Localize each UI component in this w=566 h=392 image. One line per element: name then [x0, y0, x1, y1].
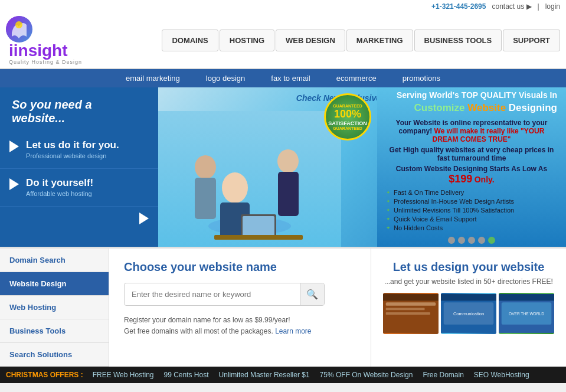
svg-rect-19: [441, 294, 496, 300]
bottom-link-seo[interactable]: SEO WebHosting: [474, 371, 529, 379]
hero-only: Only.: [475, 175, 495, 184]
contact-link[interactable]: contact us ▶: [492, 2, 531, 11]
svg-text:OVER THE WORLD: OVER THE WORLD: [509, 312, 544, 316]
bottom-bar: CHRISTMAS OFFERS : FREE Web Hosting 99 C…: [0, 367, 566, 383]
bottom-section: Domain Search Website Design Web Hosting…: [0, 247, 566, 367]
hero-desc3: Get High quality websites at very cheap …: [386, 146, 557, 162]
hero-right-panel: Serving World's TOP QUALITY Visuals In C…: [377, 87, 566, 247]
hero-right-subtitle: Customize Website Designing: [386, 102, 557, 114]
hero-right-title: Serving World's TOP QUALITY Visuals In: [386, 90, 557, 100]
design-panel: Let us design your website ...and get yo…: [371, 249, 566, 367]
dot-3[interactable]: [468, 237, 475, 244]
svg-point-6: [195, 155, 216, 179]
bottom-link-free-domain[interactable]: Free Domain: [423, 371, 463, 379]
domain-search-button[interactable]: 🔍: [300, 283, 324, 305]
domain-search-title: Choose your website name: [124, 260, 356, 274]
sidebar-btn2-title: Do it yourself!: [26, 177, 93, 189]
sidebar-item-website-design[interactable]: Website Design: [0, 272, 109, 296]
nav-item-hosting[interactable]: HOSTING: [220, 30, 274, 51]
preview-block-1[interactable]: [383, 293, 439, 334]
top-bar: +1-321-445-2695 contact us ▶ | login: [0, 0, 566, 13]
arrow-icon: [9, 141, 19, 152]
domain-search-box: 🔍: [124, 283, 325, 306]
hero-desc1: Your Website is online representative to…: [386, 119, 557, 143]
svg-point-4: [222, 172, 248, 203]
preview-block-3[interactable]: OVER THE WORLD: [499, 293, 554, 334]
hero-feature-3: Unlimited Revisions Till 100% Satisfacti…: [386, 207, 557, 214]
nav-item-marketing[interactable]: MARKETING: [346, 30, 413, 51]
phone-number: +1-321-445-2695: [431, 2, 486, 11]
svg-rect-16: [386, 308, 425, 311]
secondary-nav: email marketing logo design fax to email…: [0, 69, 566, 87]
svg-rect-14: [383, 294, 439, 300]
sidebar-btn1-title: Let us do it for you.: [26, 139, 119, 151]
hero-people-image: [158, 111, 341, 247]
arrow-icon-2: [9, 178, 19, 190]
svg-rect-15: [386, 302, 436, 306]
dot-2[interactable]: [458, 237, 465, 244]
satisfaction-word: SATISFACTION: [328, 120, 367, 126]
nav-item-domains[interactable]: DOMAINS: [162, 30, 218, 51]
hero-feature-5: No Hidden Costs: [386, 224, 557, 231]
hero-feature-4: Quick Voice & Email Support: [386, 215, 557, 223]
header: iinsight Quality Hosting & Design DOMAIN…: [0, 13, 566, 69]
svg-point-1: [15, 21, 22, 28]
hero-price-line: Custom Website Designing Starts As Low A…: [386, 165, 557, 185]
secnav-ecommerce[interactable]: ecommerce: [323, 69, 390, 87]
design-panel-subtitle: ...and get your website listed in 50+ di…: [383, 277, 554, 286]
bottom-link-free-hosting[interactable]: FREE Web Hosting: [93, 371, 154, 379]
logo[interactable]: iinsight Quality Hosting & Design: [6, 16, 100, 65]
sidebar-btn1-sub: Professional website design: [26, 152, 106, 159]
learn-more-link[interactable]: Learn more: [275, 327, 311, 335]
svg-rect-7: [195, 178, 216, 219]
sidebar-btn-diy[interactable]: Do it yourself! Affordable web hosting: [0, 169, 158, 207]
sidebar-title: So you need a website...: [0, 87, 158, 131]
satisfaction-pct: 100%: [334, 108, 361, 120]
svg-rect-9: [278, 172, 299, 216]
domain-sidebar: Domain Search Website Design Web Hosting…: [0, 249, 109, 367]
svg-rect-12: [214, 235, 303, 240]
logo-tagline: Quality Hosting & Design: [9, 59, 82, 65]
hero-carousel-dots: [386, 233, 557, 247]
bottom-link-reseller[interactable]: Unlimited Master Reseller $1: [219, 371, 310, 379]
sidebar-btn-professional[interactable]: Let us do it for you. Professional websi…: [0, 131, 158, 169]
design-panel-title: Let us design your website: [383, 260, 554, 274]
secnav-fax-to-email[interactable]: fax to email: [258, 69, 323, 87]
satisfaction-badge: GUARANTEED 100% SATISFACTION GUARANTEED: [324, 93, 371, 141]
bottom-bar-label: CHRISTMAS OFFERS :: [6, 371, 83, 379]
bottom-link-99cents[interactable]: 99 Cents Host: [164, 371, 209, 379]
sidebar-next-btn[interactable]: [0, 207, 158, 230]
hero-banner: Check New Exclusive Packages... GUARANTE…: [158, 87, 566, 247]
next-arrow-icon: [139, 213, 149, 224]
sidebar-item-domain-search[interactable]: Domain Search: [0, 249, 109, 272]
sidebar-btn2-sub: Affordable web hosting: [26, 190, 92, 197]
secnav-promotions[interactable]: promotions: [390, 69, 453, 87]
domain-search-main: Choose your website name 🔍 Register your…: [109, 249, 371, 367]
design-preview: Communication OVER THE WORLD: [383, 293, 554, 334]
domain-search-input[interactable]: [125, 285, 300, 304]
hero-feature-1: Fast & On Time Delivery: [386, 189, 557, 196]
nav-item-businesstools[interactable]: BUSINESS TOOLS: [414, 30, 502, 51]
nav-item-webdesign[interactable]: WEB DESIGN: [276, 30, 345, 51]
sidebar-item-search-solutions[interactable]: Search Solutions: [0, 343, 109, 367]
dot-1[interactable]: [448, 237, 455, 244]
svg-rect-17: [386, 312, 430, 315]
svg-rect-11: [243, 216, 274, 236]
sidebar-item-business-tools[interactable]: Business Tools: [0, 319, 109, 343]
svg-point-8: [277, 149, 299, 173]
dot-4[interactable]: [478, 237, 485, 244]
domain-info: Register your domain name for as low as …: [124, 315, 356, 337]
svg-text:Communication: Communication: [453, 311, 484, 316]
secnav-email-marketing[interactable]: email marketing: [113, 69, 193, 87]
sidebar-item-web-hosting[interactable]: Web Hosting: [0, 296, 109, 319]
logo-icon: [6, 16, 32, 43]
bottom-link-75off[interactable]: 75% OFF On Website Design: [320, 371, 413, 379]
secnav-logo-design[interactable]: logo design: [193, 69, 259, 87]
nav-item-support[interactable]: SUPPORT: [503, 30, 560, 51]
preview-block-2[interactable]: Communication: [441, 293, 496, 334]
login-link[interactable]: login: [545, 2, 560, 11]
dot-5[interactable]: [488, 237, 495, 244]
main-nav: DOMAINS HOSTING WEB DESIGN MARKETING BUS…: [100, 30, 560, 51]
svg-rect-23: [499, 294, 554, 300]
hero-features: Fast & On Time Delivery Professional In-…: [386, 189, 557, 233]
